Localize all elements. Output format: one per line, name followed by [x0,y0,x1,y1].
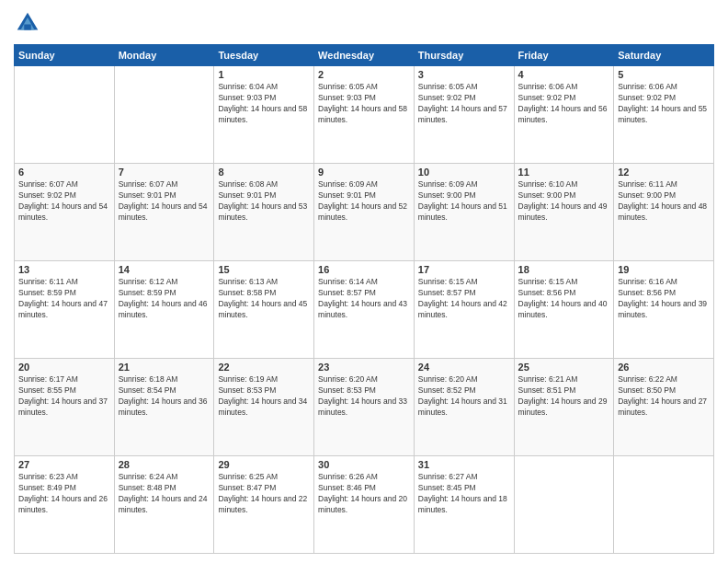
calendar-cell: 14Sunrise: 6:12 AM Sunset: 8:59 PM Dayli… [114,261,214,359]
day-info: Sunrise: 6:15 AM Sunset: 8:56 PM Dayligh… [518,277,610,321]
calendar-day-header: Thursday [414,45,514,66]
day-info: Sunrise: 6:08 AM Sunset: 9:01 PM Dayligh… [218,179,310,224]
calendar-cell [15,66,115,164]
day-number: 3 [418,69,510,80]
day-info: Sunrise: 6:27 AM Sunset: 8:45 PM Dayligh… [418,472,510,516]
calendar-cell: 1Sunrise: 6:04 AM Sunset: 9:03 PM Daylig… [214,66,314,164]
day-info: Sunrise: 6:20 AM Sunset: 8:53 PM Dayligh… [318,374,410,419]
day-number: 23 [318,362,410,373]
day-number: 31 [418,459,510,470]
calendar-cell: 26Sunrise: 6:22 AM Sunset: 8:50 PM Dayli… [614,359,714,456]
calendar-cell: 4Sunrise: 6:06 AM Sunset: 9:02 PM Daylig… [514,66,614,164]
day-number: 7 [119,167,210,178]
day-number: 24 [418,362,510,373]
day-info: Sunrise: 6:13 AM Sunset: 8:58 PM Dayligh… [218,277,310,321]
day-number: 30 [318,459,410,470]
day-info: Sunrise: 6:06 AM Sunset: 9:02 PM Dayligh… [618,82,710,126]
day-number: 27 [18,459,110,470]
calendar-cell: 12Sunrise: 6:11 AM Sunset: 9:00 PM Dayli… [614,164,714,261]
day-number: 20 [18,362,110,373]
calendar-cell: 9Sunrise: 6:09 AM Sunset: 9:01 PM Daylig… [314,164,415,261]
calendar-day-header: Friday [514,45,614,66]
calendar-cell: 31Sunrise: 6:27 AM Sunset: 8:45 PM Dayli… [414,456,514,554]
day-number: 16 [318,264,410,275]
day-info: Sunrise: 6:24 AM Sunset: 8:48 PM Dayligh… [119,472,210,516]
day-info: Sunrise: 6:05 AM Sunset: 9:02 PM Dayligh… [418,82,510,126]
logo-icon [14,9,41,37]
calendar-cell: 24Sunrise: 6:20 AM Sunset: 8:52 PM Dayli… [414,359,514,456]
calendar-day-header: Monday [114,45,214,66]
day-number: 4 [518,69,610,80]
day-number: 15 [218,264,310,275]
day-info: Sunrise: 6:17 AM Sunset: 8:55 PM Dayligh… [18,374,110,419]
calendar-cell: 16Sunrise: 6:14 AM Sunset: 8:57 PM Dayli… [314,261,415,359]
calendar-week-row: 6Sunrise: 6:07 AM Sunset: 9:02 PM Daylig… [15,164,714,261]
day-info: Sunrise: 6:07 AM Sunset: 9:02 PM Dayligh… [18,179,110,224]
calendar-cell [614,456,714,554]
calendar-table: SundayMondayTuesdayWednesdayThursdayFrid… [14,44,714,554]
calendar-cell: 10Sunrise: 6:09 AM Sunset: 9:00 PM Dayli… [414,164,514,261]
day-info: Sunrise: 6:05 AM Sunset: 9:03 PM Dayligh… [318,82,410,126]
day-info: Sunrise: 6:15 AM Sunset: 8:57 PM Dayligh… [418,277,510,321]
day-info: Sunrise: 6:04 AM Sunset: 9:03 PM Dayligh… [218,82,310,126]
day-info: Sunrise: 6:21 AM Sunset: 8:51 PM Dayligh… [518,374,610,419]
day-number: 1 [218,69,310,80]
day-number: 6 [18,167,110,178]
day-info: Sunrise: 6:10 AM Sunset: 9:00 PM Dayligh… [518,179,610,224]
day-info: Sunrise: 6:26 AM Sunset: 8:46 PM Dayligh… [318,472,410,516]
day-number: 12 [618,167,710,178]
calendar-cell: 11Sunrise: 6:10 AM Sunset: 9:00 PM Dayli… [514,164,614,261]
calendar-cell: 22Sunrise: 6:19 AM Sunset: 8:53 PM Dayli… [214,359,314,456]
page: SundayMondayTuesdayWednesdayThursdayFrid… [0,0,728,563]
calendar-cell: 28Sunrise: 6:24 AM Sunset: 8:48 PM Dayli… [114,456,214,554]
calendar-cell: 25Sunrise: 6:21 AM Sunset: 8:51 PM Dayli… [514,359,614,456]
day-info: Sunrise: 6:12 AM Sunset: 8:59 PM Dayligh… [119,277,210,321]
calendar-cell: 15Sunrise: 6:13 AM Sunset: 8:58 PM Dayli… [214,261,314,359]
calendar-cell: 29Sunrise: 6:25 AM Sunset: 8:47 PM Dayli… [214,456,314,554]
day-number: 21 [119,362,210,373]
calendar-week-row: 13Sunrise: 6:11 AM Sunset: 8:59 PM Dayli… [15,261,714,359]
header [14,9,714,37]
calendar-cell: 7Sunrise: 6:07 AM Sunset: 9:01 PM Daylig… [114,164,214,261]
calendar-cell: 17Sunrise: 6:15 AM Sunset: 8:57 PM Dayli… [414,261,514,359]
day-number: 28 [119,459,210,470]
day-number: 29 [218,459,310,470]
calendar-cell: 6Sunrise: 6:07 AM Sunset: 9:02 PM Daylig… [15,164,115,261]
calendar-week-row: 27Sunrise: 6:23 AM Sunset: 8:49 PM Dayli… [15,456,714,554]
day-number: 22 [218,362,310,373]
day-info: Sunrise: 6:19 AM Sunset: 8:53 PM Dayligh… [218,374,310,419]
day-info: Sunrise: 6:06 AM Sunset: 9:02 PM Dayligh… [518,82,610,126]
calendar-cell: 5Sunrise: 6:06 AM Sunset: 9:02 PM Daylig… [614,66,714,164]
day-number: 26 [618,362,710,373]
day-number: 5 [618,69,710,80]
calendar-cell: 18Sunrise: 6:15 AM Sunset: 8:56 PM Dayli… [514,261,614,359]
day-number: 25 [518,362,610,373]
day-info: Sunrise: 6:16 AM Sunset: 8:56 PM Dayligh… [618,277,710,321]
day-number: 17 [418,264,510,275]
calendar-week-row: 20Sunrise: 6:17 AM Sunset: 8:55 PM Dayli… [15,359,714,456]
calendar-day-header: Wednesday [314,45,415,66]
logo [14,9,45,37]
calendar-header-row: SundayMondayTuesdayWednesdayThursdayFrid… [15,45,714,66]
day-info: Sunrise: 6:11 AM Sunset: 8:59 PM Dayligh… [18,277,110,321]
day-info: Sunrise: 6:09 AM Sunset: 9:00 PM Dayligh… [418,179,510,224]
day-number: 18 [518,264,610,275]
day-number: 13 [18,264,110,275]
day-number: 9 [318,167,410,178]
calendar-cell: 2Sunrise: 6:05 AM Sunset: 9:03 PM Daylig… [314,66,415,164]
day-info: Sunrise: 6:09 AM Sunset: 9:01 PM Dayligh… [318,179,410,224]
calendar-cell [514,456,614,554]
calendar-cell: 8Sunrise: 6:08 AM Sunset: 9:01 PM Daylig… [214,164,314,261]
calendar-cell: 3Sunrise: 6:05 AM Sunset: 9:02 PM Daylig… [414,66,514,164]
day-info: Sunrise: 6:14 AM Sunset: 8:57 PM Dayligh… [318,277,410,321]
calendar-cell: 23Sunrise: 6:20 AM Sunset: 8:53 PM Dayli… [314,359,415,456]
calendar-cell: 13Sunrise: 6:11 AM Sunset: 8:59 PM Dayli… [15,261,115,359]
calendar-cell: 21Sunrise: 6:18 AM Sunset: 8:54 PM Dayli… [114,359,214,456]
calendar-day-header: Tuesday [214,45,314,66]
day-info: Sunrise: 6:25 AM Sunset: 8:47 PM Dayligh… [218,472,310,516]
calendar-day-header: Saturday [614,45,714,66]
calendar-cell: 30Sunrise: 6:26 AM Sunset: 8:46 PM Dayli… [314,456,415,554]
day-number: 14 [119,264,210,275]
day-number: 10 [418,167,510,178]
calendar-cell: 20Sunrise: 6:17 AM Sunset: 8:55 PM Dayli… [15,359,115,456]
